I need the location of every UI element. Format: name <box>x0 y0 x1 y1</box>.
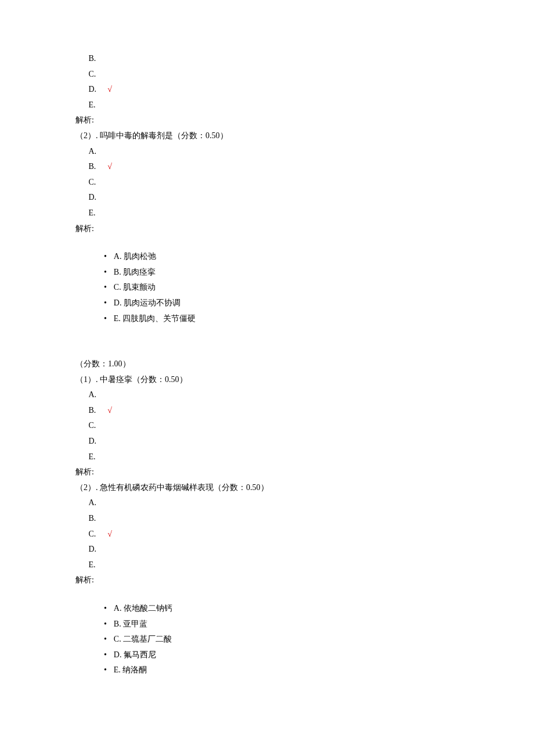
list-item: A. 依地酸二钠钙 <box>104 601 459 617</box>
option-c[interactable]: C. <box>75 67 459 82</box>
list-item: C. 肌束颤动 <box>104 280 459 296</box>
score-line: （分数：1.00） <box>75 357 459 372</box>
option-b[interactable]: B. <box>75 51 459 67</box>
option-a[interactable]: A. <box>75 495 459 511</box>
option-letter: D. <box>88 82 101 98</box>
explanation-label: 解析: <box>75 465 459 480</box>
option-letter: A. <box>88 144 101 160</box>
option-letter: B. <box>88 159 101 175</box>
choice-list-1: A. 肌肉松弛 B. 肌肉痉挛 C. 肌束颤动 D. 肌肉运动不协调 E. 四肢… <box>75 249 459 326</box>
option-letter: C. <box>88 418 101 434</box>
list-item: D. 肌肉运动不协调 <box>104 296 459 311</box>
option-a[interactable]: A. <box>75 144 459 160</box>
option-c[interactable]: C. √ <box>75 527 459 542</box>
option-letter: A. <box>88 495 101 511</box>
option-letter: D. <box>88 542 101 557</box>
explanation-label: 解析: <box>75 573 459 588</box>
option-b[interactable]: B. <box>75 511 459 527</box>
option-e[interactable]: E. <box>75 98 459 113</box>
option-d[interactable]: D. <box>75 190 459 206</box>
option-d[interactable]: D. <box>75 542 459 557</box>
explanation-label: 解析: <box>75 113 459 128</box>
option-letter: E. <box>88 206 101 221</box>
list-item: B. 亚甲蓝 <box>104 617 459 632</box>
question-2-prompt: （2）. 吗啡中毒的解毒剂是（分数：0.50） <box>75 128 459 144</box>
option-c[interactable]: C. <box>75 175 459 190</box>
option-e[interactable]: E. <box>75 557 459 573</box>
option-letter: B. <box>88 51 101 67</box>
correct-mark: √ <box>107 162 112 171</box>
list-item: A. 肌肉松弛 <box>104 249 459 265</box>
option-letter: D. <box>88 434 101 449</box>
option-letter: E. <box>88 98 101 113</box>
option-letter: B. <box>88 511 101 527</box>
option-e[interactable]: E. <box>75 449 459 465</box>
list-item: D. 氟马西尼 <box>104 647 459 663</box>
option-letter: D. <box>88 190 101 206</box>
option-c[interactable]: C. <box>75 418 459 434</box>
option-letter: A. <box>88 387 101 403</box>
option-letter: E. <box>88 449 101 465</box>
question-3-prompt: （1）. 中暑痉挛（分数：0.50） <box>75 372 459 388</box>
option-d[interactable]: D. √ <box>75 82 459 98</box>
list-item: E. 纳洛酮 <box>104 663 459 678</box>
option-letter: B. <box>88 403 101 419</box>
option-b[interactable]: B. √ <box>75 159 459 175</box>
correct-mark: √ <box>107 85 112 93</box>
list-item: C. 二巯基厂二酸 <box>104 632 459 647</box>
option-b[interactable]: B. √ <box>75 403 459 419</box>
choice-list-2: A. 依地酸二钠钙 B. 亚甲蓝 C. 二巯基厂二酸 D. 氟马西尼 E. 纳洛… <box>75 601 459 678</box>
list-item: E. 四肢肌肉、关节僵硬 <box>104 311 459 327</box>
option-a[interactable]: A. <box>75 387 459 403</box>
question-4-prompt: （2）. 急性有机磷农药中毒烟碱样表现（分数：0.50） <box>75 480 459 496</box>
correct-mark: √ <box>107 406 112 415</box>
list-item: B. 肌肉痉挛 <box>104 265 459 280</box>
explanation-label: 解析: <box>75 221 459 237</box>
option-letter: E. <box>88 557 101 573</box>
option-d[interactable]: D. <box>75 434 459 449</box>
correct-mark: √ <box>107 530 112 538</box>
option-letter: C. <box>88 527 101 542</box>
option-letter: C. <box>88 67 101 82</box>
option-e[interactable]: E. <box>75 206 459 221</box>
option-letter: C. <box>88 175 101 190</box>
